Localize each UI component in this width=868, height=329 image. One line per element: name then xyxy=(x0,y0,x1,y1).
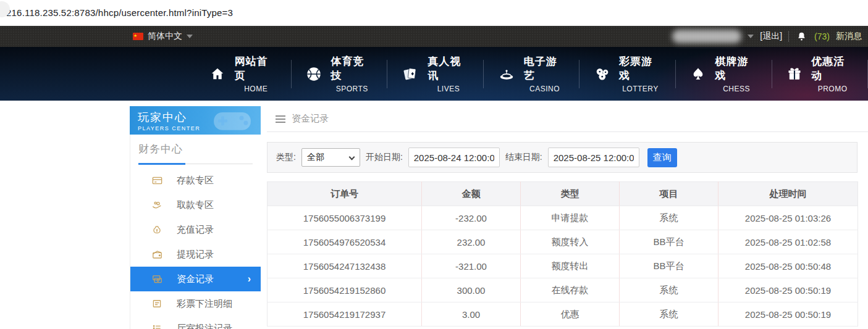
end-date-input[interactable] xyxy=(548,148,639,167)
query-button[interactable]: 查询 xyxy=(647,148,677,167)
chevron-right-icon: › xyxy=(248,273,251,285)
lottery-balls-icon xyxy=(593,65,611,83)
nav-item-lives[interactable]: 真人视讯LIVES xyxy=(387,56,483,93)
players-center-header: 玩家中心 PLAYERS CENTER xyxy=(130,106,261,135)
sidebar-item-label: 充值记录 xyxy=(177,224,214,236)
nav-label: 真人视讯LIVES xyxy=(428,54,470,93)
cell-project: 系统 xyxy=(620,206,718,230)
page-title: 资金记录 xyxy=(292,113,329,125)
sidebar-item-room-bet-records[interactable]: 厅室投注记录 xyxy=(130,316,261,329)
nav-item-casino[interactable]: 电子游艺CASINO xyxy=(484,56,579,93)
cell-project: 系统 xyxy=(620,302,718,327)
funds-record-table: 订单号金额类型项目处理时间 1756055006373199-232.00申请提… xyxy=(267,181,858,327)
browser-url-bar[interactable]: 216.118.235.52:8783/hhcp/usercenter.html… xyxy=(0,0,868,26)
table-row: 1756054247132438-321.00额度转出BB平台2025-08-2… xyxy=(268,254,858,278)
gamepad-icon xyxy=(208,107,257,135)
cell-processed-time: 2025-08-25 01:03:26 xyxy=(718,206,858,230)
account-area: [退出] (73) 新消息 xyxy=(672,26,862,47)
nav-item-promo[interactable]: 优惠活动PROMO xyxy=(772,56,867,93)
sidebar-item-funds-records[interactable]: 资金记录 › xyxy=(130,267,261,291)
sidebar-item-recharge-records[interactable]: 充值记录 xyxy=(130,217,261,242)
nav-label: 优惠活动PROMO xyxy=(811,54,854,93)
col-header-project: 项目 xyxy=(620,182,718,206)
topbar: ★ 简体中文 [退出] (73) 新消息 xyxy=(0,26,868,47)
main-nav: 网站首页HOME 体育竞技SPORTS 真人视讯LIVES 电子游艺CASINO… xyxy=(0,47,868,101)
cell-processed-time: 2025-08-25 00:50:19 xyxy=(718,302,858,327)
table-row: 17560542191729373.00优惠系统2025-08-25 00:50… xyxy=(268,302,858,327)
spade-icon xyxy=(689,65,707,83)
col-header-order-no: 订单号 xyxy=(268,182,422,206)
basketball-icon xyxy=(305,65,323,83)
cell-order-no: 1756054247132438 xyxy=(268,254,422,278)
table-row: 1756054219152860300.00在线存款系统2025-08-25 0… xyxy=(268,278,858,302)
nav-item-home[interactable]: 网站首页HOME xyxy=(195,56,291,93)
chevron-down-icon xyxy=(187,35,193,38)
main-panel: 资金记录 类型: 全部 开始日期: 结束日期: 查询 订单号金额类型项目处理时间… xyxy=(267,106,868,327)
cell-project: BB平台 xyxy=(620,254,718,278)
message-count-badge[interactable]: (73) xyxy=(814,31,830,41)
cell-project: 系统 xyxy=(620,278,718,302)
nav-label: 体育竞技SPORTS xyxy=(331,54,373,93)
url-text[interactable]: 216.118.235.52:8783/hhcp/usercenter.html… xyxy=(6,7,233,18)
nav-label: 电子游艺CASINO xyxy=(524,54,566,93)
nav-item-sports[interactable]: 体育竞技SPORTS xyxy=(292,56,387,93)
table-row: 1756054976520534232.00额度转入BB平台2025-08-25… xyxy=(268,230,858,254)
chevron-down-icon xyxy=(348,154,355,160)
cell-order-no: 1756054976520534 xyxy=(268,230,422,254)
sidebar: 玩家中心 PLAYERS CENTER 财务中心 存款专区 取款专区 充值记录 xyxy=(130,106,261,329)
cell-type: 额度转入 xyxy=(521,230,620,254)
bank-card-icon xyxy=(151,175,163,186)
cell-type: 优惠 xyxy=(521,302,620,327)
cell-amount: 232.00 xyxy=(422,230,521,254)
menu-icon[interactable] xyxy=(276,115,285,123)
home-icon xyxy=(209,66,227,82)
sidebar-item-deposit-zone[interactable]: 存款专区 xyxy=(130,168,261,193)
nav-label: 网站首页HOME xyxy=(235,54,277,93)
type-select[interactable]: 全部 xyxy=(301,148,360,167)
list-icon xyxy=(151,323,163,329)
language-selector[interactable]: ★ 简体中文 xyxy=(133,31,193,42)
table-header-row: 订单号金额类型项目处理时间 xyxy=(268,182,858,206)
money-bag-icon xyxy=(151,224,163,236)
sidebar-item-label: 取款专区 xyxy=(177,199,214,211)
nav-item-chess[interactable]: 棋牌游戏CHESS xyxy=(676,56,772,93)
table-row: 1756055006373199-232.00申请提款系统2025-08-25 … xyxy=(268,206,858,230)
col-header-amount: 金额 xyxy=(422,182,521,206)
sidebar-item-label: 存款专区 xyxy=(177,175,214,186)
cell-order-no: 1756054219172937 xyxy=(268,302,422,327)
logout-button[interactable]: [退出] xyxy=(760,31,782,42)
cards-icon xyxy=(401,65,419,83)
sidebar-item-label: 提现记录 xyxy=(177,249,214,260)
roulette-icon xyxy=(497,65,516,83)
cell-amount: -321.00 xyxy=(422,254,521,278)
cell-order-no: 1756054219152860 xyxy=(268,278,422,302)
type-select-value: 全部 xyxy=(307,152,324,163)
start-date-label: 开始日期: xyxy=(366,152,403,163)
nav-label: 彩票游戏LOTTERY xyxy=(619,54,662,93)
new-message-link[interactable]: 新消息 xyxy=(836,31,862,42)
cell-type: 在线存款 xyxy=(521,278,620,302)
sidebar-item-withdraw-records[interactable]: 提现记录 xyxy=(130,242,261,267)
cell-processed-time: 2025-08-25 00:50:48 xyxy=(718,254,858,278)
sidebar-body: 财务中心 存款专区 取款专区 充值记录 提现记录 资金记录 › xyxy=(130,135,261,329)
col-header-type: 类型 xyxy=(521,182,620,206)
nav-label: 棋牌游戏CHESS xyxy=(715,54,758,93)
sidebar-item-withdraw-zone[interactable]: 取款专区 xyxy=(130,193,261,217)
content: 玩家中心 PLAYERS CENTER 财务中心 存款专区 取款专区 充值记录 xyxy=(0,101,868,329)
gift-icon xyxy=(785,65,803,83)
sidebar-item-label: 资金记录 xyxy=(177,273,214,285)
cell-processed-time: 2025-08-25 00:50:19 xyxy=(718,278,858,302)
start-date-input[interactable] xyxy=(408,148,500,167)
bell-icon[interactable] xyxy=(796,31,807,42)
username-redacted xyxy=(672,30,741,43)
nav-item-lottery[interactable]: 彩票游戏LOTTERY xyxy=(579,56,675,93)
col-header-processed-time: 处理时间 xyxy=(718,182,858,206)
cell-order-no: 1756055006373199 xyxy=(268,206,422,230)
sidebar-item-label: 厅室投注记录 xyxy=(177,323,232,329)
breadcrumb: 资金记录 xyxy=(267,106,868,132)
hand-coin-icon xyxy=(151,199,163,211)
wallet-icon xyxy=(151,249,163,260)
chevron-down-icon[interactable] xyxy=(748,35,754,38)
sidebar-item-lottery-bet-details[interactable]: 彩票下注明细 xyxy=(130,291,261,316)
document-icon xyxy=(151,298,163,309)
